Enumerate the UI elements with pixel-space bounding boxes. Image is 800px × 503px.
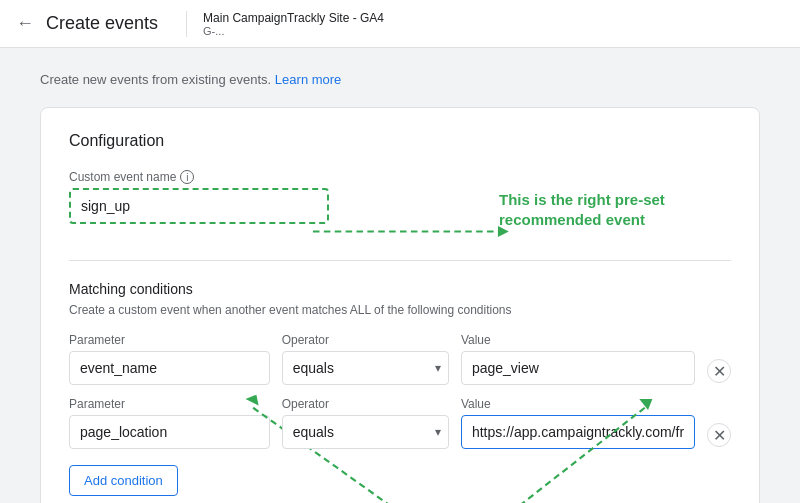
condition-1-operator-group: Operator equals contains starts with end… xyxy=(282,333,449,385)
value-label-1: Value xyxy=(461,333,695,347)
page-title: Create events xyxy=(46,13,158,34)
learn-more-link[interactable]: Learn more xyxy=(275,72,341,87)
intro-text: Create new events from existing events. … xyxy=(40,72,760,87)
condition-2-operator-group: Operator equals contains starts with end… xyxy=(282,397,449,449)
condition-1-remove: ✕ xyxy=(707,359,731,383)
value-label-2: Value xyxy=(461,397,695,411)
operator-label-2: Operator xyxy=(282,397,449,411)
condition-2-param-input[interactable] xyxy=(69,415,270,449)
operator-label-1: Operator xyxy=(282,333,449,347)
back-icon[interactable]: ← xyxy=(16,13,34,34)
condition-row-2: Parameter Operator equals contains start… xyxy=(69,397,731,449)
condition-1-param-input[interactable] xyxy=(69,351,270,385)
add-condition-button[interactable]: Add condition xyxy=(69,465,178,496)
site-name: Main CampaignTrackly Site - GA4 xyxy=(203,11,384,25)
remove-condition-2-button[interactable]: ✕ xyxy=(707,423,731,447)
info-icon[interactable]: i xyxy=(180,170,194,184)
matching-conditions-subtitle: Create a custom event when another event… xyxy=(69,303,731,317)
condition-1-operator-select[interactable]: equals contains starts with ends with xyxy=(282,351,449,385)
site-id: G-... xyxy=(203,25,384,37)
operator-1-wrapper: equals contains starts with ends with ▾ xyxy=(282,351,449,385)
matching-conditions-title: Matching conditions xyxy=(69,281,731,297)
annotation-right: This is the right pre-set recommended ev… xyxy=(499,190,689,231)
condition-2-operator-select[interactable]: equals contains starts with ends with xyxy=(282,415,449,449)
condition-row-1: Parameter Operator equals contains start… xyxy=(69,333,731,385)
config-section-title: Configuration xyxy=(69,132,731,150)
header: ← Create events Main CampaignTrackly Sit… xyxy=(0,0,800,48)
condition-2-remove: ✕ xyxy=(707,423,731,447)
condition-2-param-group: Parameter xyxy=(69,397,270,449)
divider-1 xyxy=(69,260,731,261)
condition-2-value-group: Value xyxy=(461,397,695,449)
param-label-1: Parameter xyxy=(69,333,270,347)
param-label-2: Parameter xyxy=(69,397,270,411)
custom-event-label: Custom event name i xyxy=(69,170,329,184)
condition-2-value-input[interactable] xyxy=(461,415,695,449)
custom-event-input[interactable] xyxy=(69,188,329,224)
operator-2-wrapper: equals contains starts with ends with ▾ xyxy=(282,415,449,449)
remove-condition-1-button[interactable]: ✕ xyxy=(707,359,731,383)
custom-event-name-group: Custom event name i xyxy=(69,170,329,224)
site-info: Main CampaignTrackly Site - GA4 G-... xyxy=(186,11,384,37)
main-content: Create new events from existing events. … xyxy=(0,48,800,503)
condition-1-param-group: Parameter xyxy=(69,333,270,385)
condition-1-value-input[interactable] xyxy=(461,351,695,385)
condition-1-value-group: Value xyxy=(461,333,695,385)
configuration-card: Configuration Custom event name i This i… xyxy=(40,107,760,503)
